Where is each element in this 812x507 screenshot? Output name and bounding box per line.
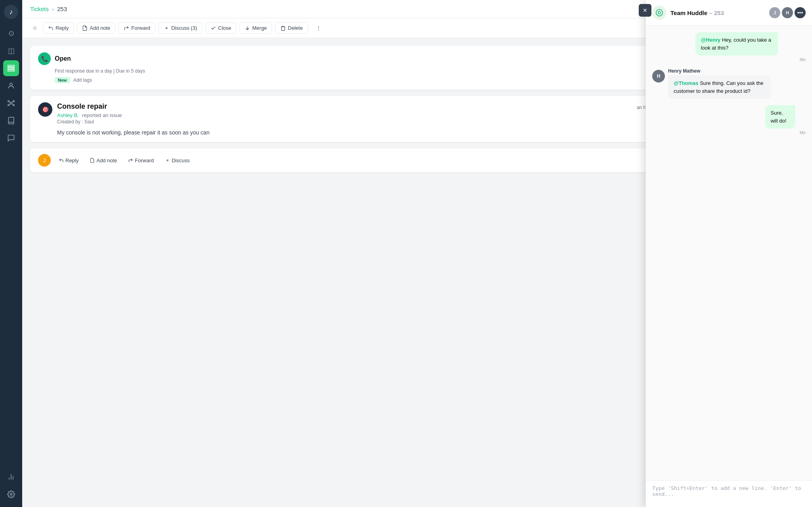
- merge-label: Merge: [252, 25, 267, 31]
- forward-label: Forward: [131, 25, 150, 31]
- sidebar-item-home[interactable]: ⊙: [3, 25, 19, 41]
- chat-message-2: H Henry Mathew @Thomas Sure thing. Can y…: [652, 68, 806, 99]
- huddle-panel: ✕ Team Huddle – 253 J H ••• @Henry Hey, …: [645, 0, 812, 507]
- svg-line-10: [12, 102, 13, 103]
- reply-inline-label: Reply: [65, 157, 79, 163]
- ticket-reporter: Ashley B.: [57, 112, 79, 118]
- delete-label: Delete: [288, 25, 303, 31]
- close-label: Close: [218, 25, 231, 31]
- discuss-label: Discuss (3): [171, 25, 197, 31]
- forward-inline-label: Forward: [135, 157, 154, 163]
- add-note-inline-button[interactable]: Add note: [86, 156, 120, 165]
- mention-henry: @Henry: [701, 37, 721, 43]
- chat-meta-3: Me: [765, 130, 806, 135]
- breadcrumb-separator: ›: [52, 6, 54, 12]
- breadcrumb-current: 253: [57, 6, 67, 12]
- forward-inline-button[interactable]: Forward: [125, 156, 157, 165]
- chat-meta-1: Me: [695, 57, 806, 62]
- ticket-card: 🎯 Console repair Ashley B. reported an i…: [30, 96, 685, 142]
- status-meta: First response due in a day | Due in 5 d…: [55, 68, 677, 74]
- svg-point-20: [656, 10, 663, 16]
- more-button[interactable]: ⋮: [311, 23, 326, 33]
- breadcrumb-tickets-link[interactable]: Tickets: [30, 6, 49, 12]
- add-note-inline-label: Add note: [96, 157, 117, 163]
- tag-new: New: [55, 77, 70, 83]
- ticket-body: My console is not working, please repair…: [57, 129, 677, 136]
- sidebar-item-dashboard[interactable]: ◫: [3, 43, 19, 59]
- reply-toolbar: J Reply Add note Forward Discuss: [30, 148, 685, 172]
- huddle-avatar-h: H: [782, 7, 793, 18]
- svg-line-12: [12, 104, 13, 105]
- ticket-avatar: 🎯: [38, 102, 52, 117]
- svg-point-8: [13, 104, 14, 106]
- svg-rect-2: [8, 70, 15, 71]
- chat-input-area: [646, 480, 812, 507]
- svg-point-19: [167, 159, 168, 161]
- reply-button[interactable]: Reply: [43, 22, 74, 34]
- add-note-label: Add note: [90, 25, 110, 31]
- discuss-inline-button[interactable]: Discuss: [162, 156, 193, 165]
- reply-label: Reply: [56, 25, 69, 31]
- ticket-created-by: Created by : Saul: [57, 119, 632, 125]
- ticket-area: 📞 Open First response due in a day | Due…: [22, 38, 693, 507]
- app-logo: ♪: [4, 5, 18, 19]
- chat-message-3: Sure, will do! Me: [652, 105, 806, 135]
- sidebar: ♪ ⊙ ◫: [0, 0, 22, 507]
- sidebar-item-contacts[interactable]: [3, 78, 19, 94]
- sidebar-item-tickets[interactable]: [3, 60, 19, 76]
- reply-inline-button[interactable]: Reply: [56, 156, 82, 165]
- sidebar-item-analytics[interactable]: [3, 469, 19, 485]
- sidebar-item-settings[interactable]: [3, 486, 19, 502]
- chat-bubble-3: Sure, will do!: [765, 105, 796, 129]
- svg-rect-0: [8, 65, 15, 67]
- delete-button[interactable]: Delete: [275, 22, 308, 34]
- huddle-header: Team Huddle – 253 J H •••: [646, 0, 812, 26]
- status-icon: 📞: [38, 52, 51, 65]
- ticket-reported-by: reported an issue: [82, 112, 122, 118]
- discuss-inline-label: Discuss: [172, 157, 190, 163]
- huddle-close-button[interactable]: ✕: [639, 4, 651, 17]
- discuss-button[interactable]: Discuss (3): [159, 22, 202, 34]
- svg-point-16: [10, 494, 12, 495]
- ticket-title: Console repair: [57, 102, 632, 111]
- huddle-icon: [652, 6, 666, 20]
- status-card: 📞 Open First response due in a day | Due…: [30, 46, 685, 90]
- merge-button[interactable]: Merge: [239, 22, 272, 34]
- mention-thomas: @Thomas: [674, 80, 699, 86]
- svg-point-17: [166, 27, 167, 29]
- svg-point-7: [8, 104, 9, 106]
- huddle-avatars: J H •••: [769, 7, 806, 18]
- sidebar-item-chat[interactable]: [3, 130, 19, 146]
- chat-message-1: @Henry Hey, could you take a look at thi…: [652, 32, 806, 62]
- huddle-menu-button[interactable]: •••: [795, 7, 806, 18]
- svg-line-9: [9, 102, 10, 103]
- reply-avatar: J: [38, 154, 51, 167]
- forward-button[interactable]: Forward: [119, 22, 155, 34]
- close-button[interactable]: Close: [205, 22, 236, 34]
- svg-point-21: [658, 12, 661, 14]
- chat-avatar-henry: H: [652, 70, 665, 83]
- ticket-info: Console repair Ashley B. reported an iss…: [57, 102, 632, 125]
- svg-line-11: [9, 104, 10, 105]
- sidebar-item-knowledge[interactable]: [3, 113, 19, 129]
- status-title: Open: [55, 55, 71, 62]
- huddle-title: Team Huddle – 253: [670, 10, 765, 16]
- star-button[interactable]: ☆: [30, 23, 40, 33]
- sidebar-item-network[interactable]: [3, 95, 19, 111]
- chat-bubble-2: @Thomas Sure thing. Can you ask the cust…: [668, 75, 771, 99]
- add-note-button[interactable]: Add note: [77, 22, 115, 34]
- svg-point-6: [13, 100, 14, 102]
- svg-rect-1: [8, 67, 15, 69]
- chat-area: @Henry Hey, could you take a look at thi…: [646, 26, 812, 480]
- chat-sender-henry: Henry Mathew: [668, 68, 806, 74]
- add-tags-button[interactable]: Add tags: [73, 77, 92, 83]
- chat-bubble-1: @Henry Hey, could you take a look at thi…: [695, 32, 778, 56]
- svg-point-3: [10, 83, 13, 86]
- chat-input[interactable]: [652, 485, 806, 501]
- huddle-avatar-j: J: [769, 7, 780, 18]
- svg-point-5: [8, 100, 9, 102]
